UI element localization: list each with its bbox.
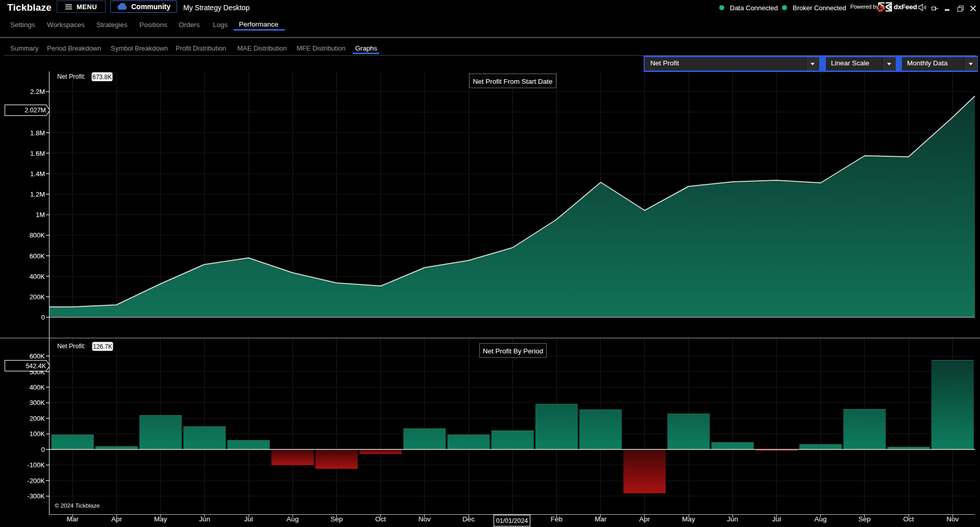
svg-text:1.6M: 1.6M bbox=[30, 150, 45, 157]
svg-text:May: May bbox=[682, 515, 695, 523]
svg-text:May: May bbox=[154, 515, 167, 523]
svg-text:2.2M: 2.2M bbox=[30, 88, 45, 95]
svg-text:Sep: Sep bbox=[330, 515, 342, 523]
svg-text:Aug: Aug bbox=[815, 515, 827, 523]
svg-text:Jun: Jun bbox=[727, 515, 738, 523]
svg-text:300K: 300K bbox=[30, 399, 45, 406]
svg-text:Jul: Jul bbox=[772, 515, 781, 523]
svg-text:Net Profit From Start Date: Net Profit From Start Date bbox=[473, 78, 552, 85]
svg-text:Oct: Oct bbox=[375, 515, 386, 523]
svg-text:© 2024 Tickblaze: © 2024 Tickblaze bbox=[55, 502, 100, 509]
svg-text:Aug: Aug bbox=[286, 515, 299, 523]
svg-text:Jul: Jul bbox=[244, 515, 253, 523]
svg-text:200K: 200K bbox=[30, 415, 45, 422]
svg-text:800K: 800K bbox=[30, 231, 45, 239]
svg-text:100K: 100K bbox=[30, 430, 45, 438]
svg-text:2.027M: 2.027M bbox=[24, 107, 46, 114]
svg-text:Oct: Oct bbox=[903, 515, 914, 523]
svg-text:Mar: Mar bbox=[595, 515, 607, 523]
svg-text:Nov: Nov bbox=[419, 515, 431, 523]
svg-text:1.2M: 1.2M bbox=[30, 190, 45, 198]
svg-text:542.4K: 542.4K bbox=[26, 363, 46, 370]
svg-text:Nov: Nov bbox=[946, 515, 959, 523]
svg-text:Net Profit By Period: Net Profit By Period bbox=[483, 347, 544, 355]
svg-text:400K: 400K bbox=[30, 384, 45, 391]
svg-text:-300K: -300K bbox=[27, 492, 45, 500]
svg-text:0: 0 bbox=[41, 314, 45, 321]
svg-text:Dec: Dec bbox=[462, 515, 475, 523]
svg-text:Feb: Feb bbox=[551, 515, 562, 523]
svg-text:Jun: Jun bbox=[199, 515, 210, 523]
svg-text:Mar: Mar bbox=[67, 515, 79, 523]
svg-text:-100K: -100K bbox=[27, 461, 45, 469]
svg-text:600K: 600K bbox=[30, 252, 45, 260]
svg-text:Net Profit:: Net Profit: bbox=[57, 343, 86, 350]
svg-text:200K: 200K bbox=[30, 293, 45, 301]
svg-text:0: 0 bbox=[41, 446, 45, 453]
svg-text:673.8K: 673.8K bbox=[92, 74, 112, 81]
svg-text:1.4M: 1.4M bbox=[30, 170, 45, 178]
svg-text:400K: 400K bbox=[30, 273, 45, 280]
svg-text:126.7K: 126.7K bbox=[93, 343, 112, 350]
svg-text:Sep: Sep bbox=[859, 515, 871, 523]
svg-text:01/01/2024: 01/01/2024 bbox=[496, 517, 528, 524]
svg-text:-200K: -200K bbox=[27, 477, 45, 485]
svg-text:Apr: Apr bbox=[111, 515, 122, 523]
svg-text:600K: 600K bbox=[30, 352, 45, 360]
svg-text:1.8M: 1.8M bbox=[30, 129, 45, 137]
svg-text:1M: 1M bbox=[36, 211, 45, 219]
svg-text:Net Profit:: Net Profit: bbox=[57, 73, 86, 80]
svg-text:Apr: Apr bbox=[639, 515, 650, 523]
